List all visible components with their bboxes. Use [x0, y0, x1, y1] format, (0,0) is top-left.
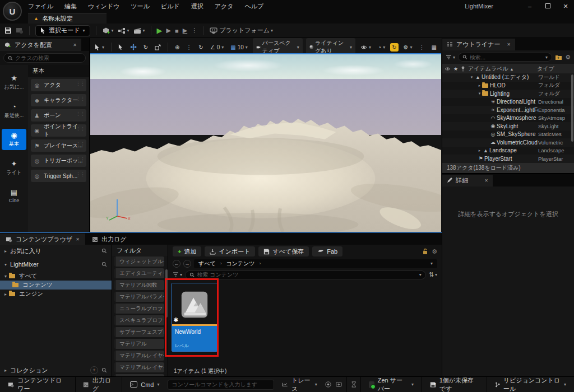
outliner-row-lighting[interactable]: ▾Lightingフォルダ — [442, 90, 574, 98]
frame-skip-button[interactable]: ▶ — [166, 27, 171, 34]
favorites-row[interactable]: ▸ お気に入り — [0, 245, 112, 257]
back-button[interactable]: ← — [173, 260, 180, 268]
snap-kebab-icon[interactable]: ⋮ — [184, 43, 193, 52]
breadcrumb-content[interactable]: コンテンツ — [226, 260, 254, 268]
type-column[interactable]: タイプ — [537, 65, 572, 73]
filter-material-function-instance[interactable]: マテリアル関数インスタン — [114, 374, 164, 376]
add-collection-icon[interactable]: + — [90, 366, 98, 374]
close-icon[interactable]: ✕ — [73, 43, 77, 48]
placeable-trigger-box[interactable]: ◎トリガーボッ...⋮⋮ — [31, 155, 86, 167]
outliner-row-landscape[interactable]: ▸▲LandscapeLandscape — [442, 147, 574, 155]
cmd-dropdown[interactable]: Cmd ▾ — [127, 377, 163, 392]
show-flags-dropdown[interactable]: ▾ — [359, 44, 373, 51]
item-label-column[interactable]: アイテムラベル ▲ — [468, 65, 534, 73]
outliner-row-skyatmosphere[interactable]: ◠SkyAtmosphereSkyAtmosp — [442, 114, 574, 123]
outliner-row-untitled[interactable]: ▾▲Untitled (エディタ)ワールド — [442, 73, 574, 82]
close-icon[interactable]: ✕ — [76, 237, 80, 242]
filter-material-function[interactable]: マテリアル関数 — [114, 280, 164, 290]
add-actor-dropdown[interactable]: + ▾ — [102, 27, 114, 35]
blueprints-dropdown[interactable]: ▾ — [118, 27, 129, 34]
zen-server-dropdown[interactable]: Zen サーバー ▾ — [365, 377, 417, 392]
menu-file[interactable]: ファイル — [28, 2, 53, 11]
new-folder-icon[interactable]: + — [555, 54, 562, 60]
placeable-pawn[interactable]: ♟ポーン⋮⋮ — [31, 109, 86, 122]
outliner-row-volumetriccloud[interactable]: ☁VolumetricCloudVolumetric — [442, 138, 574, 147]
outliner-search-field[interactable]: ▾ — [458, 53, 552, 62]
scale-tool-icon[interactable] — [153, 43, 163, 52]
placeable-point-light[interactable]: ◉ポイントライト⋮⋮ — [31, 124, 86, 137]
project-row[interactable]: ▾ LightMixer — [0, 258, 112, 270]
class-search-input[interactable] — [15, 55, 81, 61]
select-tool-icon[interactable] — [117, 43, 125, 51]
outliner-search-input[interactable] — [470, 54, 543, 60]
placeable-actor[interactable]: ◎アクタ⋮⋮ — [31, 79, 86, 91]
outliner-row-directionallight[interactable]: ☀DirectionalLightDirectional — [442, 98, 574, 106]
surface-snap-icon[interactable]: ↻ — [197, 43, 205, 52]
minimize-button[interactable]: – — [526, 3, 534, 10]
save-icon[interactable] — [4, 27, 12, 34]
placeable-player-start[interactable]: ⚑プレイヤース...⋮⋮ — [31, 139, 86, 152]
category-basic[interactable]: ◉基本 — [2, 129, 26, 150]
filter-widget-blueprint[interactable]: ウィジェットブループリン — [114, 256, 164, 267]
fab-button[interactable]: Fab — [312, 246, 342, 256]
menu-tools[interactable]: ツール — [131, 2, 150, 11]
move-tool-icon[interactable] — [128, 43, 138, 52]
menu-actor[interactable]: アクタ — [215, 2, 234, 11]
rotation-snap-button[interactable]: ∠0▾ — [209, 43, 226, 52]
asset-search-input[interactable] — [197, 272, 417, 278]
outliner-settings-icon[interactable]: ⚙ — [565, 54, 571, 61]
filters-scrollbar[interactable] — [165, 269, 168, 318]
breadcrumb[interactable]: すべて › コンテンツ › ▾ — [194, 259, 437, 268]
menu-edit[interactable]: 編集 — [64, 2, 77, 11]
filter-material-parameter[interactable]: マテリアルパラメータコレ — [114, 292, 164, 302]
revision-control-dropdown[interactable]: リビジョンコントロール ▾ — [492, 377, 570, 392]
cinematics-dropdown[interactable]: ▾ — [133, 27, 145, 34]
placeable-trigger-sphere[interactable]: ◎Trigger Sph...⋮⋮ — [31, 170, 86, 182]
forward-button[interactable]: → — [183, 260, 191, 268]
menu-select[interactable]: 選択 — [191, 2, 203, 11]
content-browser-tab[interactable]: コンテンツブラウザ ✕ — [0, 234, 85, 245]
viewport-kebab-icon[interactable]: ⋮ — [418, 43, 427, 52]
path-dropdown-icon[interactable]: ▾ — [430, 261, 433, 266]
output-log-button[interactable]: 出力ログ — [80, 377, 117, 392]
maximize-viewport-icon[interactable]: ▦ — [430, 43, 438, 52]
capture-icon[interactable] — [336, 381, 342, 388]
play-options-kebab-icon[interactable]: ⋮ — [191, 27, 197, 34]
outliner-scrollbar[interactable] — [571, 74, 573, 142]
filter-material[interactable]: マテリアル — [114, 339, 164, 349]
stop-button[interactable]: ■ — [175, 27, 179, 34]
screenshot-icon[interactable] — [325, 381, 331, 388]
asset-grid[interactable]: ✱ NewWorld レベル — [168, 281, 442, 366]
play-button[interactable]: ▶ — [157, 26, 163, 35]
unsaved-status-button[interactable]: ★ 1個が未保存です — [427, 377, 482, 392]
outliner-row-playerstart[interactable]: ⚑PlayerStartPlayerStar — [442, 155, 574, 163]
viewport-3d-scene[interactable]: X Y — [90, 53, 441, 232]
trace-dropdown[interactable]: トレース ▾ — [279, 377, 320, 392]
filter-subsurface-profile[interactable]: サブサーフェスプロファイ — [114, 327, 164, 337]
world-coordinate-icon[interactable]: ⊕ — [173, 43, 181, 52]
maximize-button[interactable] — [544, 3, 552, 10]
viewport-settings-dropdown[interactable]: ⚙▾ — [402, 43, 414, 52]
platforms-dropdown[interactable]: プラットフォーム ▾ — [209, 26, 273, 35]
outliner-row-skysphere[interactable]: ◎SM_SkySphereStaticMes — [442, 130, 574, 139]
tree-item-content[interactable]: コンテンツ — [0, 281, 112, 290]
sort-dropdown-icon[interactable]: ⇅▾ — [429, 271, 437, 278]
filter-neural-profile[interactable]: ニューラルプロファイル — [114, 304, 164, 314]
close-button[interactable]: ✕ — [562, 3, 570, 10]
category-recent[interactable]: ◔最近使... — [2, 100, 26, 122]
category-favorites[interactable]: ★お気に... — [2, 72, 26, 93]
details-tab[interactable]: 詳細 ✕ — [442, 175, 493, 186]
save-all-button[interactable]: すべて保存 — [258, 246, 309, 256]
filter-editor-utility[interactable]: エディタユーティリティウ — [114, 268, 164, 278]
select-mode-dropdown[interactable]: 選択モード ▾ — [35, 25, 90, 36]
lock-icon[interactable] — [422, 248, 428, 255]
outliner-tab[interactable]: アウトライナー ✕ — [442, 39, 515, 50]
outliner-row-skylight[interactable]: ◉SkyLightSkyLight — [442, 122, 574, 130]
asset-search-field[interactable]: ▾ — [185, 270, 426, 279]
browser-settings-icon[interactable]: ⚙ — [432, 248, 437, 255]
place-actors-tab[interactable]: + アクタを配置 ✕ — [0, 39, 81, 51]
filter-dropdown-icon[interactable]: ▾ — [173, 272, 182, 277]
source-control-icon[interactable] — [16, 27, 24, 34]
grid-snap-button[interactable]: ▦10▾ — [229, 43, 249, 52]
realtime-toggle-icon[interactable]: ↻ — [390, 43, 398, 52]
